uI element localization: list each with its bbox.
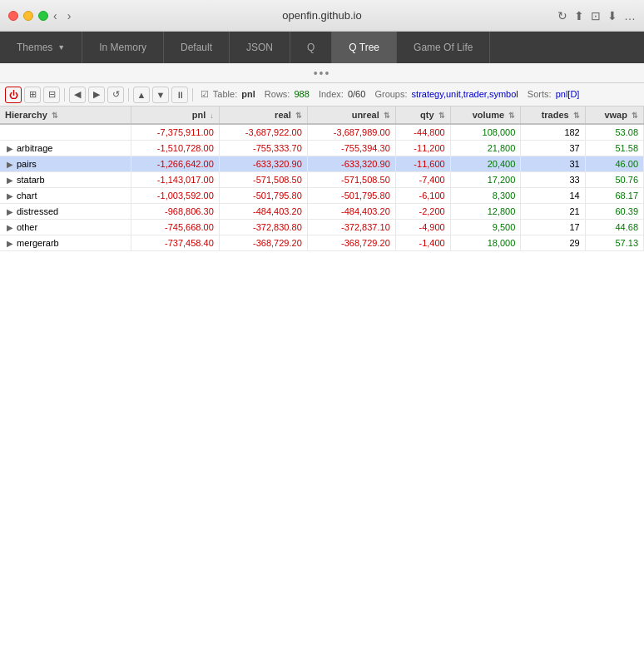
table-row[interactable]: -7,375,911.00-3,687,922.00-3,687,989.00-… (0, 124, 644, 141)
expand-icon[interactable]: ▶ (7, 160, 13, 169)
cell-unreal: -755,394.30 (307, 141, 395, 156)
separator-2 (128, 88, 129, 102)
cell-unreal: -368,729.20 (307, 235, 395, 251)
cell-vwap: 44.68 (585, 220, 643, 235)
cell-unreal: -571,508.50 (307, 172, 395, 188)
menu-icon[interactable]: … (624, 9, 636, 22)
sorts-value: pnl[D] (556, 89, 580, 99)
tab-q-tree[interactable]: Q Tree (332, 32, 397, 63)
expand-icon[interactable]: ▶ (7, 223, 13, 232)
cell-hierarchy: ▶other (0, 220, 131, 235)
cell-qty: -1,400 (395, 235, 450, 251)
table-row[interactable]: ▶arbitrage-1,510,728.00-755,333.70-755,3… (0, 141, 644, 156)
tab-themes[interactable]: Themes ▼ (0, 32, 82, 63)
expand-icon[interactable]: ▶ (7, 144, 13, 153)
group-button[interactable]: ⊞ (24, 87, 41, 103)
cell-hierarchy (0, 124, 131, 141)
col-unreal[interactable]: unreal ⇅ (307, 107, 395, 124)
cell-volume: 9,500 (450, 220, 521, 235)
down-button[interactable]: ▼ (152, 87, 169, 103)
pause-button[interactable]: ⏸ (171, 87, 188, 103)
hierarchy-label: chart (17, 191, 37, 201)
cell-pnl: -1,003,592.00 (131, 188, 219, 204)
cell-volume: 17,200 (450, 172, 521, 188)
cell-unreal: -372,837.10 (307, 220, 395, 235)
col-trades[interactable]: trades ⇅ (521, 107, 585, 124)
sort-arrow-trades: ⇅ (573, 111, 580, 120)
cell-trades: 37 (521, 141, 585, 156)
cell-real: -3,687,922.00 (219, 124, 307, 141)
forward-nav-button[interactable]: › (64, 7, 75, 24)
col-pnl[interactable]: pnl ↓ (131, 107, 219, 124)
reset-button[interactable]: ↺ (107, 87, 124, 103)
index-label: Index: (319, 89, 344, 99)
table-row[interactable]: ▶distressed-968,806.30-484,403.20-484,40… (0, 204, 644, 220)
sort-arrow-hierarchy: ⇅ (52, 111, 58, 120)
table-row[interactable]: ▶chart-1,003,592.00-501,795.80-501,795.8… (0, 188, 644, 204)
col-hierarchy[interactable]: Hierarchy ⇅ (0, 107, 131, 124)
download-icon[interactable]: ⬇ (607, 9, 617, 22)
cell-vwap: 68.17 (585, 188, 643, 204)
maximize-button[interactable] (38, 11, 48, 21)
cell-vwap: 60.39 (585, 204, 643, 220)
cell-pnl: -1,266,642.00 (131, 156, 219, 172)
expand-icon[interactable]: ▶ (7, 176, 13, 185)
cell-qty: -44,800 (395, 124, 450, 141)
tab-json[interactable]: JSON (230, 32, 290, 63)
cell-volume: 108,000 (450, 124, 521, 141)
main-toolbar: ⏻ ⊞ ⊟ ◀ ▶ ↺ ▲ ▼ ⏸ ☑ Table: pnl Rows: 988… (0, 83, 644, 107)
tab-themes-label: Themes (17, 42, 52, 53)
expand-icon[interactable]: ▶ (7, 207, 13, 216)
table-row[interactable]: ▶statarb-1,143,017.00-571,508.50-571,508… (0, 172, 644, 188)
nav-buttons: ‹ › (50, 7, 74, 24)
minimize-button[interactable] (23, 11, 33, 21)
table-row[interactable]: ▶pairs-1,266,642.00-633,320.90-633,320.9… (0, 156, 644, 172)
table-row[interactable]: ▶mergerarb-737,458.40-368,729.20-368,729… (0, 235, 644, 251)
back-button[interactable]: ◀ (69, 87, 86, 103)
expand-icon[interactable]: ▶ (7, 239, 13, 248)
cell-pnl: -745,668.00 (131, 220, 219, 235)
refresh-icon[interactable]: ↻ (557, 9, 567, 22)
toolbar-dots: ••• (314, 67, 331, 80)
toolbar-info: ☑ Table: pnl Rows: 988 Index: 0/60 Group… (201, 89, 579, 100)
cell-hierarchy: ▶mergerarb (0, 235, 131, 251)
up-button[interactable]: ▲ (133, 87, 150, 103)
hierarchy-label: other (17, 222, 37, 232)
cell-hierarchy: ▶arbitrage (0, 141, 131, 156)
col-volume[interactable]: volume ⇅ (450, 107, 521, 124)
sort-arrow-volume: ⇅ (508, 111, 515, 120)
cell-trades: 33 (521, 172, 585, 188)
cell-trades: 31 (521, 156, 585, 172)
rows-value: 988 (294, 89, 309, 99)
expand-icon[interactable]: ▶ (7, 191, 13, 201)
cell-real: -501,795.80 (219, 188, 307, 204)
cell-trades: 21 (521, 204, 585, 220)
tab-in-memory[interactable]: In Memory (82, 32, 164, 63)
sort-arrow-qty: ⇅ (438, 111, 445, 120)
col-qty[interactable]: qty ⇅ (395, 107, 450, 124)
ungroup-button[interactable]: ⊟ (43, 87, 60, 103)
close-button[interactable] (8, 11, 18, 21)
col-vwap[interactable]: vwap ⇅ (585, 107, 643, 124)
sort-arrow-unreal: ⇅ (384, 111, 390, 120)
tabbar: Themes ▼ In Memory Default JSON Q Q Tree… (0, 32, 644, 63)
window-icon[interactable]: ⊡ (591, 9, 601, 22)
tab-default[interactable]: Default (164, 32, 230, 63)
col-real[interactable]: real ⇅ (219, 107, 307, 124)
page-title: openfin.github.io (282, 9, 361, 22)
share-icon[interactable]: ⬆ (574, 9, 584, 22)
cell-qty: -4,900 (395, 220, 450, 235)
cell-pnl: -1,143,017.00 (131, 172, 219, 188)
cell-real: -484,403.20 (219, 204, 307, 220)
table-container[interactable]: Hierarchy ⇅ pnl ↓ real ⇅ unreal ⇅ (0, 107, 644, 649)
power-button[interactable]: ⏻ (5, 87, 22, 103)
table-header: Hierarchy ⇅ pnl ↓ real ⇅ unreal ⇅ (0, 107, 644, 124)
forward-button[interactable]: ▶ (88, 87, 105, 103)
tab-game-of-life[interactable]: Game Of Life (397, 32, 490, 63)
cell-unreal: -3,687,989.00 (307, 124, 395, 141)
tab-q[interactable]: Q (290, 32, 332, 63)
cell-vwap: 50.76 (585, 172, 643, 188)
back-nav-button[interactable]: ‹ (50, 7, 61, 24)
table-row[interactable]: ▶other-745,668.00-372,830.80-372,837.10-… (0, 220, 644, 235)
cell-unreal: -484,403.20 (307, 204, 395, 220)
